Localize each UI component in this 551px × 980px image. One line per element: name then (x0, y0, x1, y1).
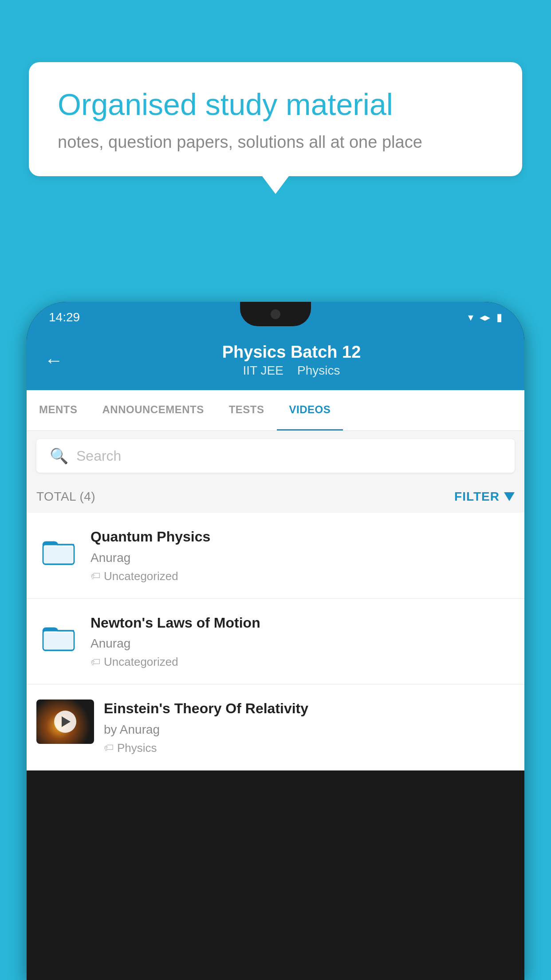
svg-rect-7 (44, 632, 73, 649)
folder-icon-wrap (36, 528, 81, 572)
wifi-icon: ▾ (468, 311, 473, 324)
video-title: Einstein's Theory Of Relativity (104, 699, 515, 718)
speech-bubble-card: Organised study material notes, question… (29, 62, 522, 176)
app-header: ← Physics Batch 12 IIT JEE Physics (27, 333, 524, 390)
tag-label: Uncategorized (104, 655, 178, 669)
tag-icon: 🏷 (104, 742, 114, 754)
tab-ments[interactable]: MENTS (27, 390, 90, 431)
status-icons: ▾ ◂▸ ▮ (468, 311, 502, 324)
folder-icon (41, 618, 76, 654)
batch-title: Physics Batch 12 (76, 343, 507, 362)
bubble-title: Organised study material (58, 87, 493, 123)
list-item[interactable]: Einstein's Theory Of Relativity by Anura… (27, 684, 524, 771)
list-item[interactable]: Newton's Laws of Motion Anurag 🏷 Uncateg… (27, 599, 524, 685)
search-bar[interactable]: 🔍 Search (36, 439, 515, 473)
bubble-arrow (262, 176, 289, 194)
battery-icon: ▮ (496, 311, 502, 324)
tab-tests[interactable]: TESTS (216, 390, 277, 431)
video-title: Newton's Laws of Motion (91, 614, 515, 632)
tab-videos[interactable]: VIDEOS (277, 390, 343, 431)
phone-frame: 14:29 ▾ ◂▸ ▮ ← Physics Batch 12 IIT JEE … (27, 302, 524, 980)
video-list: Quantum Physics Anurag 🏷 Uncategorized (27, 513, 524, 771)
notch (240, 302, 311, 326)
signal-icon: ◂▸ (480, 311, 490, 324)
subtitle-iitjee: IIT JEE (243, 364, 283, 377)
back-button[interactable]: ← (44, 350, 63, 371)
tag-icon: 🏷 (91, 570, 100, 582)
video-title: Quantum Physics (91, 528, 515, 546)
batch-subtitle: IIT JEE Physics (76, 364, 507, 378)
video-author: Anurag (91, 551, 515, 565)
video-author: by Anurag (104, 723, 515, 737)
svg-rect-3 (44, 546, 73, 563)
video-info: Quantum Physics Anurag 🏷 Uncategorized (91, 528, 515, 583)
tag-icon: 🏷 (91, 656, 100, 668)
video-thumbnail (36, 699, 94, 744)
video-tag: 🏷 Physics (104, 741, 515, 755)
list-item[interactable]: Quantum Physics Anurag 🏷 Uncategorized (27, 513, 524, 599)
tab-announcements[interactable]: ANNOUNCEMENTS (90, 390, 216, 431)
camera-dot (271, 309, 280, 319)
status-bar: 14:29 ▾ ◂▸ ▮ (27, 302, 524, 333)
video-tag: 🏷 Uncategorized (91, 569, 515, 583)
bubble-subtitle: notes, question papers, solutions all at… (58, 133, 493, 152)
filter-bar: TOTAL (4) FILTER (27, 481, 524, 513)
video-info: Einstein's Theory Of Relativity by Anura… (104, 699, 515, 755)
filter-label: FILTER (454, 490, 500, 504)
subtitle-physics: Physics (297, 364, 340, 377)
search-placeholder[interactable]: Search (76, 448, 121, 464)
play-icon (62, 716, 71, 727)
video-tag: 🏷 Uncategorized (91, 655, 515, 669)
folder-icon-wrap (36, 614, 81, 658)
play-button[interactable] (54, 711, 76, 733)
filter-icon (504, 492, 515, 501)
tab-bar: MENTS ANNOUNCEMENTS TESTS VIDEOS (27, 390, 524, 431)
filter-button[interactable]: FILTER (454, 490, 515, 504)
tag-label: Uncategorized (104, 569, 178, 583)
search-icon: 🔍 (50, 447, 68, 465)
video-info: Newton's Laws of Motion Anurag 🏷 Uncateg… (91, 614, 515, 669)
video-author: Anurag (91, 636, 515, 651)
total-count: TOTAL (4) (36, 490, 95, 504)
tag-label: Physics (117, 741, 157, 755)
speech-bubble-section: Organised study material notes, question… (29, 62, 522, 194)
header-title-block: Physics Batch 12 IIT JEE Physics (76, 343, 507, 378)
search-bar-container: 🔍 Search (27, 431, 524, 481)
status-time: 14:29 (49, 310, 80, 324)
folder-icon (41, 532, 76, 568)
